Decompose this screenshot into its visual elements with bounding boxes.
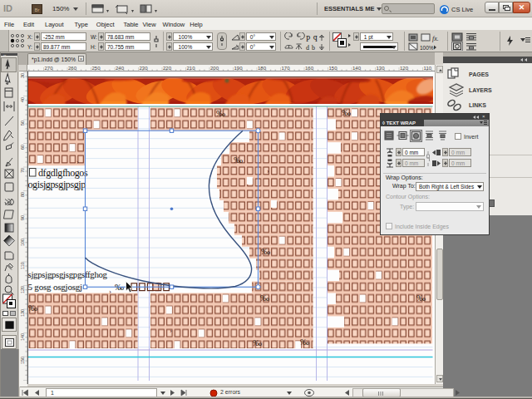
svg-text:‰: ‰ [260,293,269,303]
svg-text:270: 270 [45,66,54,71]
svg-text:‰: ‰ [234,155,243,165]
svg-text:180: 180 [258,66,267,71]
svg-text:P: P [313,35,318,43]
svg-text:80: 80 [20,192,25,197]
svg-text:170: 170 [282,66,291,71]
svg-text:130: 130 [20,309,25,317]
svg-text:60: 60 [20,145,25,150]
svg-text:210: 210 [187,66,196,71]
svg-text:›: › [76,157,79,165]
svg-text:5 gosg osgjosgj: 5 gosg osgjosgj [28,282,83,292]
svg-text:›: › [109,287,111,295]
svg-text:160: 160 [305,66,314,71]
svg-text:‰: ‰ [416,293,426,303]
svg-text:b: b [312,44,315,51]
svg-text:‰: ‰ [261,246,270,256]
svg-text:30: 30 [20,73,25,78]
svg-text:50: 50 [20,121,25,126]
svg-text:220: 220 [163,66,172,71]
svg-text:‰: ‰ [342,107,351,117]
svg-text:260: 260 [68,66,77,71]
svg-text:230: 230 [140,66,149,71]
svg-text:100: 100 [20,239,25,246]
svg-text:140: 140 [20,333,25,341]
svg-text:LAYERS: LAYERS [469,87,492,93]
svg-text:120: 120 [400,66,409,71]
svg-text:190: 190 [234,66,244,71]
svg-text:fx.: fx. [432,35,439,42]
svg-text:130: 130 [377,66,386,71]
svg-text:250: 250 [92,66,101,71]
svg-text:›: › [267,166,269,175]
svg-text:‰: ‰ [28,303,37,313]
svg-text:PAGES: PAGES [469,71,489,77]
svg-text:100%: 100% [420,45,434,51]
svg-text:›: › [170,326,172,334]
svg-text:70: 70 [20,168,25,173]
svg-text:110: 110 [20,262,25,269]
svg-text:LINKS: LINKS [469,102,486,108]
svg-text:P: P [306,35,310,43]
svg-text:‰: ‰ [300,337,309,347]
svg-text:110: 110 [424,66,432,71]
svg-text:150: 150 [329,66,338,71]
svg-text:240: 240 [116,66,125,71]
svg-text:120: 120 [20,286,25,293]
svg-text:dfgdlgfhogos: dfgdlgfhogos [38,167,88,179]
svg-text:90: 90 [20,215,25,220]
svg-text:sjgpsjgpsgjsgpgsffghog: sjgpsjgpsgjsgpgsffghog [28,269,108,279]
svg-text:ogisjgpsgjpsgjp: ogisjgpsgjpsgjp [28,179,86,190]
svg-text:‰: ‰ [253,337,262,347]
svg-text:d: d [306,44,309,51]
svg-text:40: 40 [20,97,25,102]
svg-text:‰: ‰ [216,108,225,118]
svg-text:200: 200 [210,66,219,71]
svg-text:140: 140 [352,66,362,71]
svg-text:150: 150 [20,357,25,364]
